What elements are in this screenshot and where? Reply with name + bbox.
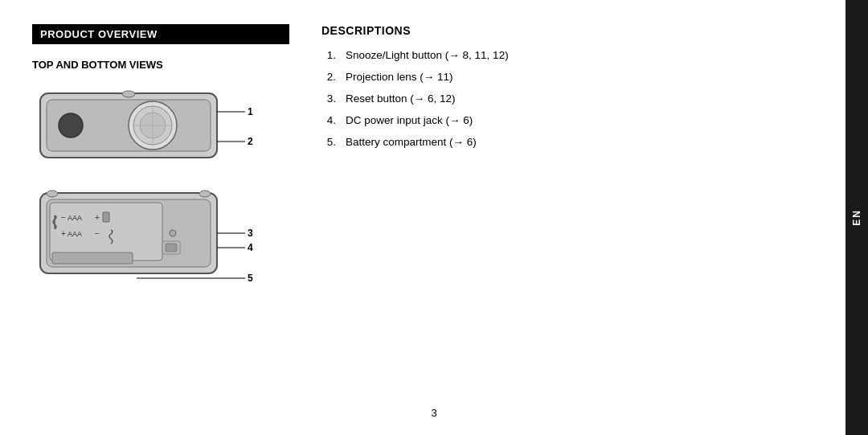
- svg-text:+: +: [61, 229, 66, 238]
- item-text: Battery compartment (→ 6): [346, 135, 813, 150]
- main-content: PRODUCT OVERVIEW TOP AND BOTTOM VIEWS: [0, 0, 845, 435]
- svg-rect-22: [103, 212, 109, 222]
- language-tab: EN: [845, 0, 868, 435]
- svg-point-8: [122, 91, 135, 97]
- views-subheader: TOP AND BOTTOM VIEWS: [32, 59, 289, 71]
- svg-rect-29: [52, 252, 133, 264]
- item-number: 3.: [321, 92, 336, 107]
- item-text: Reset button (→ 6, 12): [346, 92, 813, 107]
- list-item: 3. Reset button (→ 6, 12): [321, 92, 813, 107]
- svg-text:4: 4: [248, 242, 253, 253]
- item-number: 2.: [321, 70, 336, 85]
- svg-rect-17: [50, 203, 162, 261]
- top-view-diagram: 1 2: [32, 84, 273, 179]
- svg-text:5: 5: [248, 273, 253, 284]
- item-text: Projection lens (→ 11): [346, 70, 813, 85]
- svg-point-26: [170, 230, 176, 236]
- bottom-view-svg: − AAA + + AAA −: [32, 187, 273, 295]
- list-item: 1. Snooze/Light button (→ 8, 11, 12): [321, 48, 813, 64]
- product-overview-header: PRODUCT OVERVIEW: [32, 24, 289, 44]
- language-label: EN: [851, 209, 862, 226]
- left-column: PRODUCT OVERVIEW TOP AND BOTTOM VIEWS: [32, 24, 289, 411]
- item-number: 1.: [321, 48, 336, 64]
- top-view-svg: 1 2: [32, 84, 273, 176]
- svg-text:AAA: AAA: [68, 230, 82, 238]
- list-item: 2. Projection lens (→ 11): [321, 70, 813, 85]
- svg-text:−: −: [61, 213, 66, 222]
- item-number: 5.: [321, 135, 336, 150]
- svg-text:2: 2: [248, 136, 253, 147]
- item-number: 4.: [321, 113, 336, 129]
- svg-text:3: 3: [248, 228, 253, 239]
- bottom-view-diagram: − AAA + + AAA −: [32, 187, 273, 298]
- page-number: 3: [431, 407, 436, 419]
- svg-point-15: [47, 191, 58, 197]
- list-item: 5. Battery compartment (→ 6): [321, 135, 813, 150]
- right-column: DESCRIPTIONS 1. Snooze/Light button (→ 8…: [321, 24, 813, 411]
- svg-point-2: [59, 113, 83, 137]
- svg-rect-28: [166, 244, 177, 252]
- item-text: DC power input jack (→ 6): [346, 113, 813, 129]
- svg-text:1: 1: [248, 106, 253, 117]
- list-item: 4. DC power input jack (→ 6): [321, 113, 813, 129]
- svg-point-16: [199, 191, 211, 197]
- diagrams-container: 1 2: [32, 84, 289, 298]
- descriptions-header: DESCRIPTIONS: [321, 24, 813, 37]
- svg-text:AAA: AAA: [68, 214, 82, 222]
- svg-text:+: +: [95, 213, 100, 222]
- svg-text:−: −: [95, 229, 100, 238]
- descriptions-list: 1. Snooze/Light button (→ 8, 11, 12) 2. …: [321, 48, 813, 150]
- item-text: Snooze/Light button (→ 8, 11, 12): [346, 48, 813, 64]
